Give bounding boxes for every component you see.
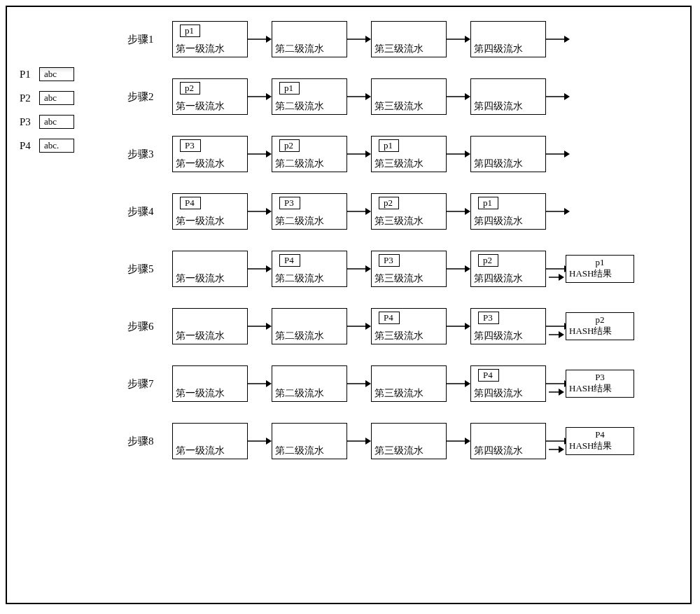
pipeline-stage-3: P4第三级流水 (371, 308, 447, 344)
pipeline-stage-4: 第四级流水 (470, 78, 546, 115)
svg-marker-9 (266, 93, 272, 100)
stage-label: 第三级流水 (374, 445, 443, 457)
arrow-icon (447, 377, 470, 391)
arrow-icon (248, 377, 272, 391)
svg-marker-21 (465, 151, 470, 158)
arrow-icon (347, 90, 371, 104)
pipeline-stage-1: 第一级流水 (172, 365, 248, 402)
hash-result-text: HASH结果 (569, 383, 631, 394)
legend-row: P1 abc (20, 67, 74, 81)
svg-marker-5 (465, 36, 470, 43)
pipeline-stage-2: P3第二级流水 (272, 193, 347, 230)
pipeline-stage-2: p2第二级流水 (272, 136, 347, 172)
stage-label: 第二级流水 (275, 445, 344, 457)
step-label: 步骤6 (127, 320, 165, 333)
arrow-icon (549, 388, 564, 399)
pipeline-stage-1: P3第一级流水 (172, 136, 248, 172)
packet-chip: p1 (379, 139, 399, 152)
stage-label: 第三级流水 (374, 387, 443, 400)
stage-label: 第二级流水 (275, 330, 344, 342)
arrow-icon (248, 204, 272, 218)
svg-marker-71 (559, 446, 564, 453)
pipeline-stage-3: 第三级流水 (371, 423, 447, 459)
pipeline-stage-2: p1第二级流水 (272, 78, 347, 115)
pipeline-stage-4: 第四级流水 (470, 21, 546, 57)
svg-marker-53 (266, 380, 272, 387)
svg-marker-65 (365, 438, 371, 445)
svg-marker-1 (266, 36, 272, 43)
svg-marker-3 (365, 36, 371, 43)
hash-result-packet: p2 (569, 314, 631, 326)
svg-marker-27 (365, 208, 371, 215)
arrow-icon (347, 319, 371, 333)
stage-label: 第一级流水 (176, 100, 244, 113)
legend-label: P1 (20, 69, 39, 81)
packet-chip: p2 (478, 254, 498, 267)
packet-chip: p1 (478, 197, 498, 209)
arrow-icon (248, 262, 272, 276)
hash-result-text: HASH结果 (569, 326, 631, 337)
step-label: 步骤3 (127, 148, 165, 161)
svg-marker-19 (365, 151, 371, 158)
step-row: 步骤7第一级流水第二级流水第三级流水P4第四级流水P3HASH结果 (127, 365, 676, 402)
packet-chip: P3 (180, 139, 201, 152)
pipeline-stage-1: 第一级流水 (172, 423, 248, 459)
stage-label: 第一级流水 (176, 330, 244, 342)
pipeline-stage-3: p1第三级流水 (371, 136, 447, 172)
arrow-icon (447, 32, 470, 46)
pipeline-stage-1: p2第一级流水 (172, 78, 248, 115)
packet-chip: P4 (478, 369, 499, 382)
legend-box-p2: abc (39, 91, 74, 105)
stage-label: 第三级流水 (374, 215, 443, 228)
stage-label: 第一级流水 (176, 158, 244, 170)
packet-chip: p1 (279, 82, 300, 95)
pipeline-stage-1: P4第一级流水 (172, 193, 248, 230)
arrow-icon (347, 434, 371, 448)
svg-marker-61 (559, 389, 564, 396)
stage-label: 第二级流水 (275, 158, 344, 170)
hash-result-box: P3HASH结果 (566, 370, 634, 398)
arrow-icon (447, 262, 470, 276)
svg-marker-43 (266, 323, 272, 330)
arrow-icon (549, 273, 564, 284)
arrow-icon (546, 147, 570, 161)
arrow-icon (549, 445, 564, 456)
svg-marker-37 (465, 265, 470, 272)
step-row: 步骤4P4第一级流水P3第二级流水p2第三级流水p1第四级流水 (127, 193, 676, 230)
stage-label: 第二级流水 (275, 387, 344, 400)
stage-label: 第三级流水 (374, 100, 443, 113)
stage-label: 第三级流水 (374, 43, 443, 55)
stage-label: 第二级流水 (275, 100, 344, 113)
legend-row: P2 abc (20, 91, 74, 105)
svg-marker-11 (365, 93, 371, 100)
arrow-icon (546, 90, 570, 104)
stage-label: 第四级流水 (474, 445, 542, 457)
hash-result: p1HASH结果 (566, 255, 634, 283)
step-label: 步骤8 (127, 435, 165, 448)
legend-label: P3 (20, 116, 39, 128)
stage-label: 第一级流水 (176, 445, 244, 457)
svg-marker-45 (365, 323, 371, 330)
legend: P1 abc P2 abc P3 abc P4 abc. (20, 67, 74, 162)
svg-marker-67 (465, 438, 470, 445)
packet-chip: p2 (279, 139, 300, 152)
arrow-icon (347, 262, 371, 276)
arrow-icon (546, 204, 570, 218)
arrow-icon (549, 330, 564, 342)
arrow-icon (347, 377, 371, 391)
pipeline-stage-3: p2第三级流水 (371, 193, 447, 230)
hash-result: p2HASH结果 (566, 312, 634, 340)
arrow-icon (248, 147, 272, 161)
packet-chip: P4 (379, 312, 400, 324)
stage-label: 第四级流水 (474, 158, 542, 170)
arrow-icon (248, 32, 272, 46)
stage-label: 第一级流水 (176, 272, 244, 285)
arrow-icon (447, 434, 470, 448)
svg-marker-47 (465, 323, 470, 330)
arrow-icon (248, 319, 272, 333)
svg-marker-25 (266, 208, 272, 215)
svg-marker-33 (266, 265, 272, 272)
pipeline-stage-4: p2第四级流水 (470, 251, 546, 287)
legend-box-p4: abc. (39, 139, 74, 153)
svg-marker-29 (465, 208, 470, 215)
